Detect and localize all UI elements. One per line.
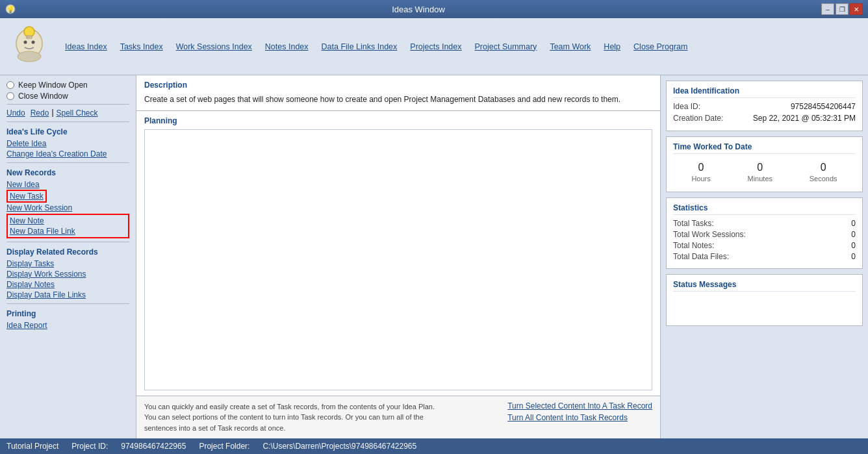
idea-id-label: Idea ID:: [673, 102, 700, 111]
nav-projects-index[interactable]: Projects Index: [403, 40, 468, 54]
nav-tasks-index[interactable]: Tasks Index: [114, 40, 170, 54]
idea-id-row: Idea ID: 975284554206447: [673, 102, 856, 111]
turn-all-link[interactable]: Turn All Content Into Task Records: [507, 413, 652, 422]
hours-value: 0: [698, 162, 704, 173]
main-area: Keep Window Open Close Window Undo Redo …: [0, 75, 868, 438]
nav-project-summary[interactable]: Project Summary: [468, 40, 544, 54]
sidebar: Keep Window Open Close Window Undo Redo …: [0, 75, 136, 438]
total-notes-label: Total Notes:: [673, 241, 714, 250]
display-related-title: Display Related Records: [6, 247, 129, 257]
total-notes-row: Total Notes: 0: [673, 241, 856, 250]
description-section: Description Create a set of web pages th…: [136, 75, 660, 111]
time-worked-grid: 0 Hours 0 Minutes 0 Seconds: [673, 158, 856, 186]
project-id-value: 974986467422965: [121, 442, 186, 451]
status-bar: Tutorial Project Project ID: 97498646742…: [0, 438, 868, 454]
nav-team-work[interactable]: Team Work: [543, 40, 597, 54]
logo-area: [6, 25, 52, 68]
idea-report-link[interactable]: Idea Report: [6, 320, 129, 331]
svg-rect-5: [27, 36, 32, 38]
new-idea-link[interactable]: New Idea: [6, 179, 129, 190]
undo-link[interactable]: Undo: [6, 108, 25, 118]
close-window-label: Close Window: [18, 92, 68, 101]
keep-window-label: Keep Window Open: [18, 81, 88, 90]
seconds-value: 0: [821, 162, 826, 173]
bottom-bar: You can quickly and easily create a set …: [136, 396, 660, 439]
svg-point-6: [24, 41, 27, 44]
change-creation-date-link[interactable]: Change Idea's Creation Date: [6, 149, 129, 159]
divider-1: [6, 104, 129, 105]
total-data-files-row: Total Data Files: 0: [673, 252, 856, 261]
creation-date-value: Sep 22, 2021 @ 05:32:31 PM: [753, 114, 856, 123]
new-note-link[interactable]: New Note: [10, 216, 126, 226]
new-work-session-link[interactable]: New Work Session: [6, 203, 129, 213]
status-messages-title: Status Messages: [673, 280, 856, 292]
project-folder-label: Project Folder:: [199, 442, 249, 451]
minimize-button[interactable]: –: [821, 3, 834, 15]
nav-data-file-links-index[interactable]: Data File Links Index: [315, 40, 404, 54]
new-task-highlighted: New Task: [6, 190, 47, 203]
seconds-label: Seconds: [810, 175, 837, 183]
total-notes-value: 0: [851, 241, 856, 250]
navigation: Ideas Index Tasks Index Work Sessions In…: [52, 40, 862, 54]
seconds-col: 0 Seconds: [810, 162, 837, 183]
planning-section: Planning: [136, 111, 660, 396]
time-worked-card: Time Worked To Date 0 Hours 0 Minutes 0 …: [666, 136, 863, 192]
nav-help[interactable]: Help: [597, 40, 627, 54]
bottom-links: Turn Selected Content Into A Task Record…: [507, 401, 652, 422]
nav-ideas-index[interactable]: Ideas Index: [58, 40, 114, 54]
total-data-files-value: 0: [851, 252, 856, 261]
statistics-card: Statistics Total Tasks: 0 Total Work Ses…: [666, 197, 863, 269]
minutes-label: Minutes: [747, 175, 772, 183]
idea-identification-card: Idea Identification Idea ID: 97528455420…: [666, 81, 863, 131]
center-content: Description Create a set of web pages th…: [136, 75, 660, 438]
total-work-sessions-value: 0: [851, 230, 856, 239]
close-window-button[interactable]: ✕: [850, 3, 863, 15]
new-data-file-link-link[interactable]: New Data File Link: [10, 226, 126, 236]
hours-label: Hours: [691, 175, 710, 183]
creation-date-row: Creation Date: Sep 22, 2021 @ 05:32:31 P…: [673, 114, 856, 123]
spell-check-link[interactable]: Spell Check: [57, 108, 98, 118]
right-panel: Idea Identification Idea ID: 97528455420…: [660, 75, 868, 438]
description-text: Create a set of web pages that will show…: [144, 94, 652, 105]
display-data-file-links-link[interactable]: Display Data File Links: [6, 290, 129, 300]
planning-textarea[interactable]: [144, 129, 652, 390]
divider-4: [6, 242, 129, 242]
bottom-info-text: You can quickly and easily create a set …: [144, 401, 437, 434]
delete-idea-link[interactable]: Delete Idea: [6, 138, 129, 149]
app-icon: 💡: [5, 4, 16, 14]
svg-point-3: [18, 51, 41, 62]
new-task-link[interactable]: New Task: [10, 191, 44, 201]
total-work-sessions-row: Total Work Sessions: 0: [673, 230, 856, 239]
project-name: Tutorial Project: [6, 442, 58, 451]
nav-work-sessions-index[interactable]: Work Sessions Index: [170, 40, 259, 54]
description-label: Description: [144, 81, 652, 90]
keep-window-open-row: Keep Window Open: [6, 81, 129, 90]
nav-close-program[interactable]: Close Program: [627, 40, 694, 54]
keep-window-radio[interactable]: [6, 81, 14, 89]
divider-5: [6, 303, 129, 304]
total-tasks-label: Total Tasks:: [673, 219, 713, 228]
new-records-title: New Records: [6, 168, 129, 177]
nav-notes-index[interactable]: Notes Index: [259, 40, 315, 54]
total-tasks-value: 0: [851, 219, 856, 228]
idea-identification-title: Idea Identification: [673, 86, 856, 98]
statistics-title: Statistics: [673, 203, 856, 215]
display-work-sessions-link[interactable]: Display Work Sessions: [6, 269, 129, 279]
svg-text:💡: 💡: [6, 5, 15, 14]
menu-bar: Ideas Index Tasks Index Work Sessions In…: [0, 18, 868, 75]
total-data-files-label: Total Data Files:: [673, 252, 729, 261]
app-logo: [13, 25, 45, 68]
idea-id-value: 975284554206447: [791, 102, 856, 111]
display-tasks-link[interactable]: Display Tasks: [6, 259, 129, 269]
close-window-radio[interactable]: [6, 92, 14, 100]
project-id-label: Project ID:: [71, 442, 108, 451]
redo-link[interactable]: Redo: [31, 108, 49, 118]
new-note-new-data-file-highlighted: New Note New Data File Link: [6, 214, 129, 238]
close-window-row: Close Window: [6, 92, 129, 101]
turn-selected-link[interactable]: Turn Selected Content Into A Task Record: [507, 401, 652, 410]
creation-date-label: Creation Date:: [673, 114, 723, 123]
window-title: Ideas Window: [16, 5, 821, 14]
display-notes-link[interactable]: Display Notes: [6, 279, 129, 290]
planning-label: Planning: [144, 116, 652, 125]
restore-button[interactable]: ❐: [836, 3, 849, 15]
